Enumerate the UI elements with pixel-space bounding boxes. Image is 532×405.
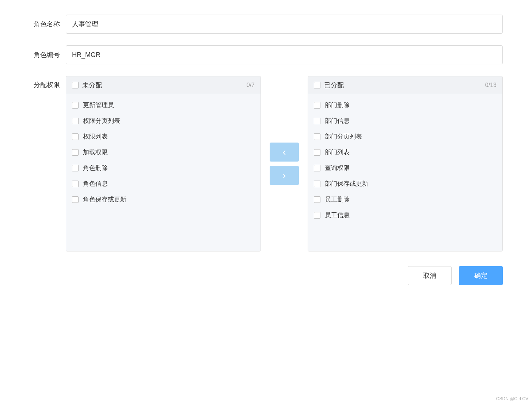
assigned-item-checkbox-5[interactable] [314, 181, 320, 187]
item-label: 角色保存或更新 [83, 195, 126, 204]
item-checkbox-3[interactable] [72, 149, 79, 156]
list-item[interactable]: 员工信息 [308, 207, 502, 223]
item-checkbox-1[interactable] [72, 118, 79, 124]
assigned-item-checkbox-1[interactable] [314, 118, 320, 124]
item-label: 员工删除 [325, 195, 350, 204]
chevron-right-icon [282, 170, 286, 181]
unassigned-title: 未分配 [82, 81, 247, 90]
role-code-row: 角色编号 [29, 45, 503, 64]
assigned-header: 已分配 0/13 [308, 76, 502, 94]
item-label: 部门列表 [325, 148, 350, 156]
confirm-button[interactable]: 确定 [459, 266, 503, 285]
unassigned-panel: 未分配 0/7 更新管理员 权限分页列表 权限列表 [66, 76, 261, 251]
role-code-label: 角色编号 [29, 50, 66, 59]
item-label: 员工信息 [325, 211, 350, 219]
role-name-label: 角色名称 [29, 20, 66, 29]
cancel-button[interactable]: 取消 [408, 266, 452, 285]
move-right-button[interactable] [270, 166, 299, 185]
role-name-row: 角色名称 [29, 15, 503, 34]
item-label: 角色信息 [83, 179, 108, 188]
unassigned-select-all[interactable] [72, 82, 79, 88]
unassigned-count: 0/7 [247, 82, 255, 88]
item-label: 部门删除 [325, 101, 350, 109]
assigned-count: 0/13 [485, 82, 497, 88]
item-label: 查询权限 [325, 164, 350, 172]
item-checkbox-5[interactable] [72, 181, 79, 187]
assigned-item-checkbox-2[interactable] [314, 133, 320, 140]
list-item[interactable]: 部门列表 [308, 144, 502, 160]
list-item[interactable]: 权限列表 [66, 129, 261, 144]
assigned-title: 已分配 [324, 81, 485, 90]
item-label: 部门分页列表 [325, 132, 362, 141]
item-checkbox-2[interactable] [72, 133, 79, 140]
list-item[interactable]: 角色保存或更新 [66, 192, 261, 207]
item-label: 角色删除 [83, 164, 108, 172]
list-item[interactable]: 权限分页列表 [66, 113, 261, 129]
item-label: 加载权限 [83, 148, 108, 156]
assigned-select-all[interactable] [314, 82, 320, 88]
list-item[interactable]: 查询权限 [308, 160, 502, 176]
assigned-item-checkbox-4[interactable] [314, 165, 320, 171]
footer-row: 取消 确定 [29, 266, 503, 285]
assigned-panel: 已分配 0/13 部门删除 部门信息 部门分页列表 [308, 76, 503, 251]
assigned-item-checkbox-7[interactable] [314, 212, 320, 219]
item-checkbox-0[interactable] [72, 102, 79, 109]
assign-label: 分配权限 [29, 76, 66, 89]
item-label: 更新管理员 [83, 101, 114, 109]
list-item[interactable]: 角色删除 [66, 160, 261, 176]
list-item[interactable]: 加载权限 [66, 144, 261, 160]
item-label: 部门保存或更新 [325, 179, 368, 188]
list-item[interactable]: 角色信息 [66, 176, 261, 192]
unassigned-header: 未分配 0/7 [66, 76, 261, 94]
list-item[interactable]: 部门保存或更新 [308, 176, 502, 192]
role-name-input[interactable] [66, 15, 503, 34]
item-checkbox-4[interactable] [72, 165, 79, 171]
list-item[interactable]: 部门分页列表 [308, 129, 502, 144]
watermark: CSDN @Ctrl CV [496, 396, 528, 401]
form-container: 角色名称 角色编号 分配权限 未分配 0/7 更新管理员 [29, 15, 503, 285]
assigned-list: 部门删除 部门信息 部门分页列表 部门列表 [308, 94, 502, 251]
assign-content: 未分配 0/7 更新管理员 权限分页列表 权限列表 [66, 76, 503, 251]
list-item[interactable]: 员工删除 [308, 192, 502, 207]
unassigned-list: 更新管理员 权限分页列表 权限列表 加载权限 [66, 94, 261, 251]
assigned-item-checkbox-3[interactable] [314, 149, 320, 156]
assigned-item-checkbox-6[interactable] [314, 196, 320, 203]
item-label: 部门信息 [325, 117, 350, 125]
item-label: 权限分页列表 [83, 117, 120, 125]
assigned-item-checkbox-0[interactable] [314, 102, 320, 109]
item-label: 权限列表 [83, 132, 108, 141]
chevron-left-icon [282, 147, 286, 158]
list-item[interactable]: 更新管理员 [66, 97, 261, 113]
item-checkbox-6[interactable] [72, 196, 79, 203]
list-item[interactable]: 部门信息 [308, 113, 502, 129]
transfer-buttons [270, 143, 299, 185]
move-left-button[interactable] [270, 143, 299, 162]
list-item[interactable]: 部门删除 [308, 97, 502, 113]
assign-permissions-row: 分配权限 未分配 0/7 更新管理员 权限分页列表 [29, 76, 503, 251]
role-code-input[interactable] [66, 45, 503, 64]
